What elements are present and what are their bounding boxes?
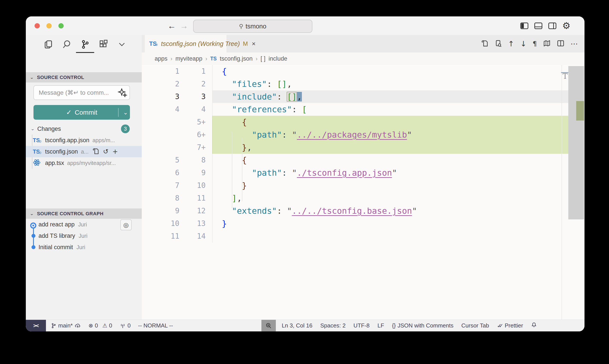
commit-message-input[interactable] bbox=[33, 85, 130, 100]
cursor-tab-indicator[interactable]: Cursor Tab bbox=[461, 322, 489, 329]
ts-file-icon: TS bbox=[210, 56, 217, 62]
extensions-icon[interactable] bbox=[99, 39, 108, 49]
line-number[interactable] bbox=[142, 116, 179, 129]
code-line: 710 } bbox=[142, 179, 584, 192]
next-change-icon[interactable]: ↓ bbox=[520, 40, 527, 48]
line-number[interactable]: 2 bbox=[142, 78, 179, 90]
stage-changes-plus-icon[interactable]: + bbox=[112, 148, 118, 155]
editor-scrollbar[interactable] bbox=[568, 66, 584, 220]
line-number[interactable]: 4 bbox=[142, 103, 179, 116]
line-number[interactable]: 1 bbox=[179, 65, 206, 78]
line-number[interactable]: 3 bbox=[142, 90, 179, 103]
indentation-indicator[interactable]: Spaces: 2 bbox=[320, 322, 346, 329]
line-number[interactable]: 6+ bbox=[179, 129, 206, 141]
notifications-bell-icon[interactable] bbox=[531, 322, 537, 330]
branch-indicator[interactable]: main* bbox=[51, 322, 81, 329]
code-token: { bbox=[242, 117, 247, 127]
problems-indicator[interactable]: ⊗ 0 ⚠ 0 bbox=[88, 322, 112, 329]
vim-mode-indicator[interactable]: -- NORMAL -- bbox=[138, 322, 173, 329]
breadcrumb-item-tsconfig[interactable]: tsconfig.json bbox=[220, 55, 253, 62]
navigate-back-icon[interactable]: ← bbox=[168, 21, 176, 31]
remote-indicator[interactable]: >< bbox=[26, 320, 46, 331]
code-token: "include" bbox=[232, 92, 277, 102]
line-number[interactable]: 6 bbox=[142, 167, 179, 179]
changed-file-row-selected[interactable]: TS⚙ tsconfig.json a... ↺ + M bbox=[26, 146, 142, 157]
line-number[interactable]: 9 bbox=[179, 167, 206, 179]
formatter-indicator[interactable]: ✓✓ Prettier bbox=[497, 322, 523, 329]
toggle-panel-icon[interactable] bbox=[534, 22, 543, 29]
line-number[interactable] bbox=[142, 129, 179, 141]
toggle-whitespace-icon[interactable]: ¶ bbox=[533, 40, 537, 47]
zoom-window-button[interactable] bbox=[58, 23, 64, 28]
code-token: , bbox=[287, 79, 292, 89]
breadcrumb-item-myviteapp[interactable]: myviteapp bbox=[175, 55, 202, 62]
map-icon[interactable] bbox=[543, 39, 551, 48]
line-number[interactable]: 14 bbox=[179, 230, 206, 243]
cursor-position-indicator[interactable]: Ln 3, Col 16 bbox=[282, 322, 312, 329]
line-number[interactable]: 8 bbox=[179, 154, 206, 167]
zoom-status-cell[interactable] bbox=[261, 320, 276, 331]
open-changes-icon[interactable] bbox=[481, 39, 488, 48]
close-tab-icon[interactable]: × bbox=[252, 40, 256, 48]
line-number[interactable]: 11 bbox=[142, 230, 179, 243]
line-number[interactable]: 9 bbox=[142, 205, 179, 217]
code-editor[interactable]: 11{22 "files": [],33 "include": [],44 "r… bbox=[142, 65, 584, 320]
goto-current-history-item-button[interactable]: ◎ bbox=[120, 220, 132, 230]
close-window-button[interactable] bbox=[35, 23, 40, 28]
additional-views-chevron-icon[interactable] bbox=[117, 39, 127, 49]
encoding-indicator[interactable]: UTF-8 bbox=[353, 322, 370, 329]
discard-changes-icon[interactable]: ↺ bbox=[103, 148, 108, 155]
minimize-window-button[interactable] bbox=[46, 23, 52, 28]
open-file-icon[interactable] bbox=[92, 147, 99, 156]
settings-gear-icon[interactable]: ⚙ bbox=[562, 21, 570, 30]
changed-file-row[interactable]: app.tsx apps/myviteapp/sr... M bbox=[26, 157, 142, 169]
command-center-search[interactable]: ⚲ tsmono bbox=[193, 20, 312, 33]
toggle-primary-sidebar-icon[interactable] bbox=[520, 22, 529, 29]
tab-tsconfig-working-tree[interactable]: TS⚙ tsconfig.json (Working Tree) M × bbox=[145, 35, 227, 52]
eol-indicator[interactable]: LF bbox=[377, 322, 384, 329]
inline-view-icon[interactable] bbox=[494, 39, 502, 48]
commit-row[interactable]: Initial commit Juri bbox=[26, 242, 142, 253]
generate-commit-message-sparkle-icon[interactable] bbox=[118, 88, 127, 97]
code-token: } bbox=[242, 143, 247, 152]
publish-cloud-icon bbox=[74, 323, 81, 329]
chevron-right-icon: › bbox=[256, 56, 258, 62]
commit-author: Juri bbox=[79, 233, 88, 239]
breadcrumb-item-include[interactable]: include bbox=[269, 55, 287, 62]
feedback-indicator[interactable]: 0 bbox=[120, 322, 130, 329]
line-number[interactable]: 7+ bbox=[179, 141, 206, 154]
code-token bbox=[222, 168, 252, 178]
line-number[interactable]: 10 bbox=[142, 217, 179, 230]
source-control-section-header[interactable]: ⌄ SOURCE CONTROL bbox=[26, 72, 142, 82]
line-number[interactable]: 12 bbox=[179, 205, 206, 217]
changed-file-row[interactable]: TS⚙ tsconfig.app.json apps/m... M bbox=[26, 134, 142, 146]
line-number[interactable]: 5 bbox=[142, 154, 179, 167]
line-number[interactable]: 7 bbox=[142, 179, 179, 192]
commit-button[interactable]: ✓ Commit bbox=[33, 105, 130, 120]
line-number[interactable] bbox=[142, 141, 179, 154]
line-number[interactable]: 3 bbox=[179, 90, 206, 103]
search-icon: ⚲ bbox=[239, 23, 243, 30]
commit-dropdown-chevron-icon[interactable]: ⌄ bbox=[121, 108, 130, 117]
breadcrumb-item-apps[interactable]: apps bbox=[155, 55, 168, 62]
toggle-secondary-sidebar-icon[interactable] bbox=[548, 22, 557, 29]
source-control-icon[interactable] bbox=[80, 39, 90, 49]
language-mode-indicator[interactable]: {} JSON with Comments bbox=[392, 322, 454, 329]
line-number[interactable]: 2 bbox=[179, 78, 206, 90]
more-actions-icon[interactable]: ⋯ bbox=[570, 40, 578, 48]
search-view-icon[interactable] bbox=[62, 39, 72, 49]
line-number[interactable]: 11 bbox=[179, 192, 206, 205]
line-number[interactable]: 5+ bbox=[179, 116, 206, 129]
explorer-icon[interactable] bbox=[43, 39, 53, 49]
previous-change-icon[interactable]: ↑ bbox=[508, 40, 514, 48]
source-control-graph-section-header[interactable]: ⌄ SOURCE CONTROL GRAPH bbox=[26, 208, 142, 219]
commit-row[interactable]: add TS library Juri bbox=[26, 230, 142, 242]
line-number[interactable]: 10 bbox=[179, 179, 206, 192]
line-number[interactable]: 13 bbox=[179, 217, 206, 230]
line-number[interactable]: 8 bbox=[142, 192, 179, 205]
commit-message: add TS library bbox=[39, 233, 75, 239]
split-editor-icon[interactable] bbox=[557, 39, 564, 48]
line-number[interactable]: 1 bbox=[142, 65, 179, 78]
line-number[interactable]: 4 bbox=[179, 103, 206, 116]
navigate-forward-icon[interactable]: → bbox=[180, 21, 188, 31]
